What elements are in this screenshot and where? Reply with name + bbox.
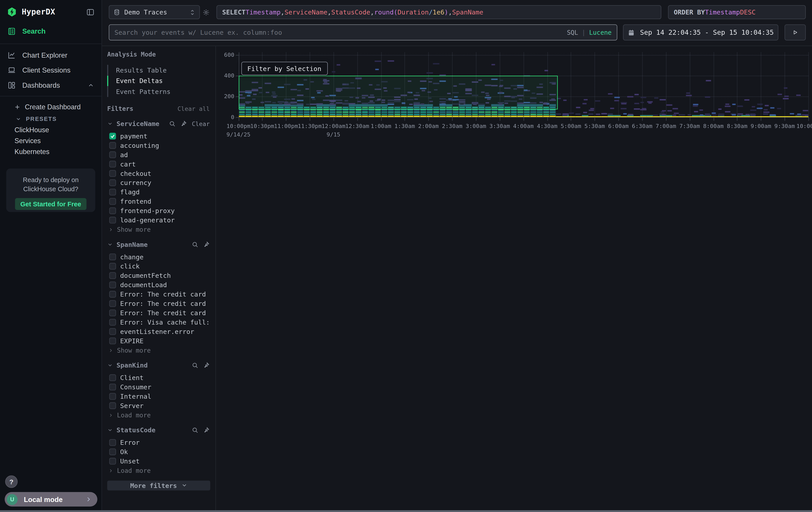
chevron-right-icon[interactable] xyxy=(108,412,113,417)
source-select[interactable]: Demo Traces xyxy=(109,5,200,19)
analysis-mode-results-table[interactable]: Results Table xyxy=(107,65,210,76)
filter-option-change[interactable]: change xyxy=(107,253,210,261)
checkbox-checked[interactable] xyxy=(109,133,116,139)
chevron-down-icon[interactable] xyxy=(107,362,113,368)
load-more-button[interactable]: Load more xyxy=(108,467,210,474)
filter-option-cart[interactable]: cart xyxy=(107,161,210,168)
filter-option-checkout[interactable]: checkout xyxy=(107,170,210,177)
filter-option-documentload[interactable]: documentLoad xyxy=(107,281,210,289)
analysis-mode-event-deltas[interactable]: Event Deltas xyxy=(107,76,210,86)
pin-icon[interactable] xyxy=(203,241,210,248)
chevron-down-icon[interactable] xyxy=(107,427,113,433)
pin-icon[interactable] xyxy=(203,427,210,433)
checkbox-unchecked[interactable] xyxy=(109,439,116,446)
checkbox-unchecked[interactable] xyxy=(109,338,116,344)
local-mode-menu[interactable]: U Local mode xyxy=(5,492,97,507)
filter-option-unset[interactable]: Unset xyxy=(107,457,210,465)
sidebar-item-chart-explorer[interactable]: Chart Explorer xyxy=(0,48,102,63)
checkbox-unchecked[interactable] xyxy=(109,142,116,149)
checkbox-unchecked[interactable] xyxy=(109,374,116,381)
checkbox-unchecked[interactable] xyxy=(109,458,116,465)
pin-icon[interactable] xyxy=(203,362,210,369)
checkbox-unchecked[interactable] xyxy=(109,208,116,214)
filter-option-error[interactable]: Error xyxy=(107,439,210,446)
pin-icon[interactable] xyxy=(180,120,187,127)
filter-option-consumer[interactable]: Consumer xyxy=(107,383,210,391)
filter-option-click[interactable]: click xyxy=(107,263,210,270)
run-query-button[interactable] xyxy=(785,24,806,40)
filter-group-header[interactable]: SpanKind xyxy=(107,361,210,369)
filter-option-accounting[interactable]: accounting xyxy=(107,142,210,149)
filter-by-selection-button[interactable]: Filter by Selection xyxy=(241,62,327,75)
filter-option-error-the-credit-card-[interactable]: Error: The credit card (… xyxy=(107,300,210,307)
filter-option-error-visa-cache-full-[interactable]: Error: Visa cache full: … xyxy=(107,319,210,326)
filter-option-flagd[interactable]: flagd xyxy=(107,189,210,196)
filter-option-ok[interactable]: Ok xyxy=(107,448,210,455)
filter-option-internal[interactable]: Internal xyxy=(107,393,210,400)
filter-option-currency[interactable]: currency xyxy=(107,179,210,187)
checkbox-unchecked[interactable] xyxy=(109,198,116,205)
filter-group-header[interactable]: SpanName xyxy=(107,240,210,249)
checkbox-unchecked[interactable] xyxy=(109,152,116,158)
checkbox-unchecked[interactable] xyxy=(109,180,116,186)
chevron-right-icon[interactable] xyxy=(108,227,113,232)
checkbox-unchecked[interactable] xyxy=(109,402,116,409)
checkbox-unchecked[interactable] xyxy=(109,217,116,223)
show-more-button[interactable]: Show more xyxy=(108,347,210,354)
lang-lucene-option[interactable]: Lucene xyxy=(589,29,612,36)
checkbox-unchecked[interactable] xyxy=(109,281,116,288)
filter-option-documentfetch[interactable]: documentFetch xyxy=(107,272,210,279)
collapse-sidebar-icon[interactable] xyxy=(86,7,95,17)
get-started-button[interactable]: Get Started for Free xyxy=(15,198,86,210)
horizontal-scrollbar[interactable] xyxy=(0,510,812,512)
show-more-button[interactable]: Show more xyxy=(108,226,210,233)
checkbox-unchecked[interactable] xyxy=(109,328,116,335)
filter-option-error-the-credit-card-[interactable]: Error: The credit card (… xyxy=(107,309,210,317)
sidebar-item-client-sessions[interactable]: Client Sessions xyxy=(0,63,102,78)
lang-sql-option[interactable]: SQL xyxy=(567,29,578,36)
select-clause-input[interactable]: SELECT Timestamp, ServiceName, StatusCod… xyxy=(216,5,662,19)
chevron-down-icon[interactable] xyxy=(107,121,113,127)
chevron-right-icon[interactable] xyxy=(108,348,113,353)
checkbox-unchecked[interactable] xyxy=(109,309,116,316)
checkbox-unchecked[interactable] xyxy=(109,272,116,279)
more-filters-button[interactable]: More filters xyxy=(107,480,210,490)
sidebar-item-services[interactable]: Services xyxy=(0,135,102,146)
checkbox-unchecked[interactable] xyxy=(109,253,116,260)
help-button[interactable]: ? xyxy=(5,476,18,488)
filter-option-load-generator[interactable]: load-generator xyxy=(107,216,210,224)
filter-option-frontend[interactable]: frontend xyxy=(107,198,210,205)
filter-option-server[interactable]: Server xyxy=(107,402,210,409)
filter-option-eventlistener-error[interactable]: eventListener.error xyxy=(107,328,210,335)
filter-group-header[interactable]: ServiceNameClear xyxy=(107,119,210,128)
filter-option-payment[interactable]: payment xyxy=(107,132,210,140)
filter-option-client[interactable]: Client xyxy=(107,374,210,381)
search-input[interactable]: Search your events w/ Lucene ex. column:… xyxy=(109,24,617,40)
checkbox-unchecked[interactable] xyxy=(109,449,116,455)
chevron-down-icon[interactable] xyxy=(107,242,113,247)
source-settings-icon[interactable] xyxy=(203,9,210,16)
checkbox-unchecked[interactable] xyxy=(109,393,116,400)
create-dashboard-button[interactable]: Create Dashboard xyxy=(0,101,102,113)
clear-all-button[interactable]: Clear all xyxy=(177,105,210,112)
checkbox-unchecked[interactable] xyxy=(109,300,116,307)
checkbox-unchecked[interactable] xyxy=(109,161,116,167)
order-by-input[interactable]: ORDER BY Timestamp DESC xyxy=(668,5,806,19)
sidebar-item-dashboards[interactable]: Dashboards xyxy=(0,78,102,93)
date-range-picker[interactable]: Sep 14 22:04:35 - Sep 15 10:04:35 xyxy=(623,24,778,40)
checkbox-unchecked[interactable] xyxy=(109,263,116,270)
checkbox-unchecked[interactable] xyxy=(109,384,116,390)
filter-group-clear-button[interactable]: Clear xyxy=(192,120,210,127)
load-more-button[interactable]: Load more xyxy=(108,411,210,419)
checkbox-unchecked[interactable] xyxy=(109,170,116,177)
search-icon[interactable] xyxy=(192,427,198,433)
sidebar-item-kubernetes[interactable]: Kubernetes xyxy=(0,146,102,157)
search-icon[interactable] xyxy=(169,120,176,127)
filter-option-expire[interactable]: EXPIRE xyxy=(107,337,210,345)
chevron-right-icon[interactable] xyxy=(108,468,113,473)
chart-selection-rect[interactable] xyxy=(238,76,558,109)
sidebar-item-search[interactable]: Search xyxy=(0,24,102,39)
analysis-mode-event-patterns[interactable]: Event Patterns xyxy=(107,86,210,97)
filter-option-error-the-credit-card-[interactable]: Error: The credit card (… xyxy=(107,291,210,298)
search-icon[interactable] xyxy=(192,241,198,248)
